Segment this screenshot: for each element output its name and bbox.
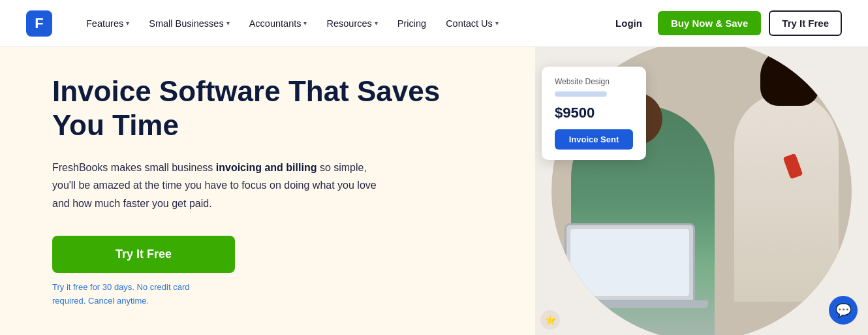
nav-contact[interactable]: Contact Us ▾ xyxy=(438,13,506,34)
hero-description: FreshBooks makes small business invoicin… xyxy=(52,159,392,212)
bottom-left-icon: ⭐ xyxy=(540,310,560,330)
chevron-down-icon: ▾ xyxy=(226,20,230,27)
invoice-card: Website Design $9500 Invoice Sent xyxy=(542,67,646,160)
chevron-down-icon: ▾ xyxy=(303,20,307,27)
invoice-sent-button: Invoice Sent xyxy=(555,129,633,150)
nav-resources[interactable]: Resources ▾ xyxy=(318,13,385,34)
small-icon: ⭐ xyxy=(545,315,556,325)
laptop xyxy=(565,223,695,302)
nav-pricing[interactable]: Pricing xyxy=(390,13,434,34)
laptop-base xyxy=(551,300,708,308)
logo-icon: F xyxy=(26,10,52,37)
invoice-label: Website Design xyxy=(555,77,633,86)
chevron-down-icon: ▾ xyxy=(495,20,499,27)
hero-section: Invoice Software That Saves You Time Fre… xyxy=(0,47,868,335)
hero-title: Invoice Software That Saves You Time xyxy=(52,74,483,144)
hero-desc-prefix: FreshBooks makes small business xyxy=(52,162,216,173)
nav-resources-label: Resources xyxy=(326,18,371,29)
invoice-amount: $9500 xyxy=(555,104,633,121)
chat-icon: 💬 xyxy=(835,302,852,318)
person-woman-head xyxy=(760,47,819,106)
hero-desc-bold: invoicing and billing xyxy=(216,162,317,173)
nav-accountants-label: Accountants xyxy=(249,18,302,29)
hero-subtext: Try it free for 30 days. No credit card … xyxy=(52,281,209,308)
nav-features[interactable]: Features ▾ xyxy=(78,13,137,34)
login-button[interactable]: Login xyxy=(608,12,650,34)
logo[interactable]: F xyxy=(26,10,52,37)
nav-links: Features ▾ Small Businesses ▾ Accountant… xyxy=(78,13,608,34)
person-woman-body xyxy=(734,93,839,302)
nav-pricing-label: Pricing xyxy=(397,18,426,29)
chevron-down-icon: ▾ xyxy=(375,20,378,27)
nav-features-label: Features xyxy=(86,18,123,29)
hero-left: Invoice Software That Saves You Time Fre… xyxy=(0,47,535,335)
chevron-down-icon: ▾ xyxy=(126,20,129,27)
hero-right: Website Design $9500 Invoice Sent 💬 ⭐ xyxy=(535,47,868,335)
nav-small-businesses[interactable]: Small Businesses ▾ xyxy=(141,13,237,34)
chat-bubble-button[interactable]: 💬 xyxy=(829,296,858,325)
nav-accountants[interactable]: Accountants ▾ xyxy=(241,13,315,34)
buy-now-button[interactable]: Buy Now & Save xyxy=(658,11,761,35)
try-free-button[interactable]: Try It Free xyxy=(769,10,842,36)
invoice-bar xyxy=(555,91,607,97)
nav-contact-label: Contact Us xyxy=(446,18,493,29)
nav-right: Login Buy Now & Save Try It Free xyxy=(608,10,842,36)
navbar: F Features ▾ Small Businesses ▾ Accounta… xyxy=(0,0,868,47)
hero-cta-button[interactable]: Try It Free xyxy=(52,236,235,273)
nav-small-businesses-label: Small Businesses xyxy=(149,18,223,29)
